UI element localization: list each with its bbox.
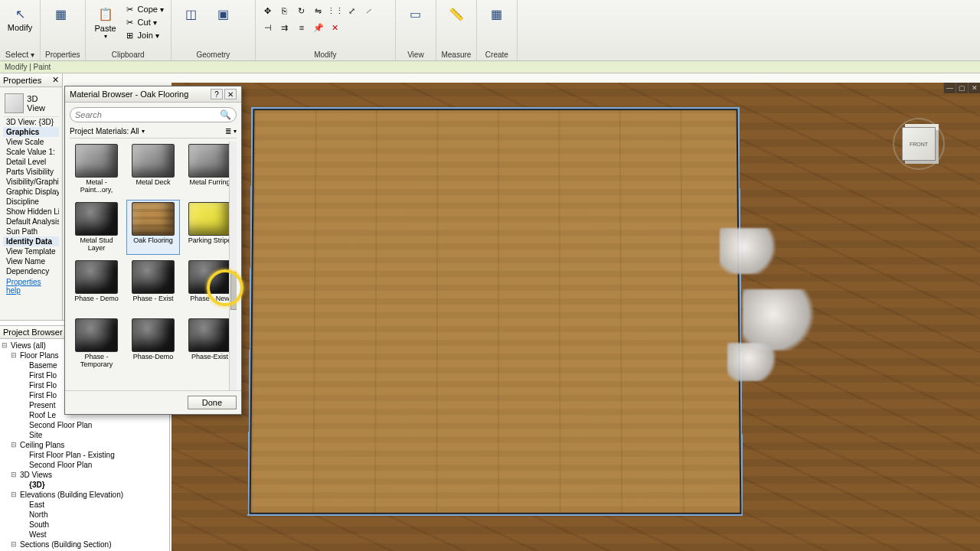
- view-type-selector[interactable]: 3D View: [3, 90, 59, 117]
- properties-help-link[interactable]: Properties help: [3, 276, 59, 296]
- cope-button[interactable]: ✂Cope ▾: [122, 3, 166, 15]
- viewcube[interactable]: FRONT: [888, 113, 949, 174]
- material-grid-scroll[interactable]: Metal - Paint...ory,Metal DeckMetal Furr…: [70, 142, 237, 390]
- material-filter-bar: Project Materials: All ≣: [70, 127, 237, 139]
- cut-button[interactable]: ✂Cut ▾: [122, 16, 166, 28]
- painted-floor-surface[interactable]: [250, 109, 742, 514]
- view-instance[interactable]: 3D View: {3D}: [3, 117, 59, 127]
- viewport-close-icon[interactable]: ✕: [968, 83, 980, 93]
- prop-visibility-graphics[interactable]: Visibility/Graphics: [3, 177, 59, 187]
- dialog-help-icon[interactable]: ?: [211, 89, 223, 99]
- properties-icon: ▦: [51, 5, 70, 23]
- prop-default-analysis[interactable]: Default Analysis D: [3, 217, 59, 227]
- material-item[interactable]: Oak Flooring: [126, 200, 180, 255]
- modify-label: Modify: [8, 23, 32, 32]
- tree-elev-south[interactable]: South: [0, 520, 169, 530]
- paste-button[interactable]: 📋 Paste ▾: [90, 3, 121, 41]
- geometry-btn-2[interactable]: ▣: [208, 3, 239, 24]
- properties-close-icon[interactable]: ✕: [52, 75, 59, 85]
- tree-3d-default[interactable]: {3D}: [0, 480, 169, 490]
- clipboard-group-label: Clipboard: [90, 51, 166, 59]
- create-button[interactable]: ▦: [482, 3, 512, 24]
- ribbon-group-modify: ✥ ⎘ ↻ ⇋ ⋮⋮ ⤢ ⟋ ⊣ ⇉ ≡ 📌 ✕ Modify: [256, 0, 396, 60]
- move-icon[interactable]: ✥: [260, 3, 276, 18]
- offset-icon[interactable]: ⇉: [277, 20, 292, 35]
- viewport-maximize-icon[interactable]: ▢: [956, 83, 968, 93]
- viewport-3d[interactable]: — ▢ ✕ FRONT: [172, 83, 980, 551]
- material-search[interactable]: 🔍: [70, 107, 237, 122]
- rotate-icon[interactable]: ↻: [294, 3, 309, 18]
- material-search-input[interactable]: [75, 110, 220, 119]
- array-icon[interactable]: ⋮⋮: [328, 3, 343, 18]
- prop-parts-visibility[interactable]: Parts Visibility: [3, 167, 59, 177]
- material-filter-dropdown[interactable]: Project Materials: All: [70, 127, 145, 135]
- copy-icon[interactable]: ⎘: [277, 3, 292, 18]
- material-swatch: [132, 260, 175, 294]
- material-item-label: Phase - Temporary: [72, 354, 121, 369]
- prop-view-template[interactable]: View Template: [3, 246, 59, 256]
- modify-button[interactable]: ↖ Modify: [5, 3, 35, 34]
- tree-elev-west[interactable]: West: [0, 530, 169, 540]
- prop-sun-path[interactable]: Sun Path: [3, 227, 59, 236]
- ribbon-group-view: ▭ View: [396, 0, 436, 60]
- material-item[interactable]: Phase - Exist: [126, 258, 180, 313]
- material-view-mode-button[interactable]: ≣: [225, 127, 237, 135]
- material-scrollbar[interactable]: [229, 142, 237, 390]
- tree-cp-first-existing[interactable]: First Floor Plan - Existing: [0, 450, 169, 460]
- tree-sections[interactable]: Sections (Building Section): [0, 540, 169, 549]
- material-grid: Metal - Paint...ory,Metal DeckMetal Furr…: [70, 142, 237, 371]
- properties-title: Properties: [3, 76, 41, 85]
- measure-button[interactable]: 📏: [441, 3, 472, 24]
- tree-fp-second[interactable]: Second Floor Plan: [0, 420, 169, 430]
- material-swatch: [188, 202, 231, 236]
- tree-fp-site[interactable]: Site: [0, 430, 169, 440]
- material-item[interactable]: Phase - Demo: [70, 258, 123, 313]
- prop-discipline[interactable]: Discipline: [3, 197, 59, 207]
- tree-3d-views[interactable]: 3D Views: [0, 470, 169, 480]
- trim-icon[interactable]: ⟋: [361, 3, 377, 18]
- done-button[interactable]: Done: [188, 396, 237, 409]
- viewcube-cube[interactable]: FRONT: [902, 127, 936, 161]
- create-group-label: Create: [482, 51, 512, 59]
- tree-ceiling-plans[interactable]: Ceiling Plans: [0, 440, 169, 450]
- material-item-label: Metal Deck: [136, 179, 170, 194]
- dialog-close-icon[interactable]: ✕: [224, 89, 237, 99]
- tree-elevations[interactable]: Elevations (Building Elevation): [0, 490, 169, 500]
- search-icon[interactable]: 🔍: [220, 109, 231, 120]
- prop-view-name[interactable]: View Name: [3, 256, 59, 266]
- material-item[interactable]: Metal Deck: [126, 142, 180, 197]
- scrollbar-thumb[interactable]: [230, 272, 237, 310]
- geometry-btn-1[interactable]: ◫: [176, 3, 207, 24]
- split-icon[interactable]: ⊣: [260, 20, 276, 35]
- view-button[interactable]: ▭: [400, 3, 431, 24]
- join-button[interactable]: ⊞Join ▾: [122, 29, 166, 41]
- material-swatch: [75, 202, 118, 236]
- tree-elev-north[interactable]: North: [0, 510, 169, 520]
- geometry-group-label: Geometry: [176, 51, 250, 59]
- scale-icon[interactable]: ⤢: [345, 3, 360, 18]
- mirror-icon[interactable]: ⇋: [311, 3, 326, 18]
- material-item[interactable]: Metal Stud Layer: [70, 200, 123, 255]
- delete-icon[interactable]: ✕: [328, 20, 343, 35]
- material-item[interactable]: Phase - Temporary: [70, 316, 123, 371]
- prop-graphic-display[interactable]: Graphic Display O: [3, 187, 59, 197]
- pin-icon[interactable]: 📌: [311, 20, 326, 35]
- category-identity: Identity Data: [3, 236, 59, 246]
- align-icon[interactable]: ≡: [294, 20, 309, 35]
- material-browser-titlebar[interactable]: Material Browser - Oak Flooring ? ✕: [65, 86, 241, 103]
- view-type-label: 3D View: [27, 94, 57, 112]
- prop-show-hidden[interactable]: Show Hidden Line: [3, 207, 59, 217]
- context-tab-bar: Modify | Paint: [0, 61, 980, 73]
- select-dropdown[interactable]: Select ▾: [5, 50, 35, 59]
- prop-dependency[interactable]: Dependency: [3, 266, 59, 276]
- tree-cp-second[interactable]: Second Floor Plan: [0, 460, 169, 470]
- tree-elev-east[interactable]: East: [0, 500, 169, 510]
- ribbon-group-measure: 📏 Measure: [436, 0, 477, 60]
- prop-scale-value[interactable]: Scale Value 1:: [3, 147, 59, 157]
- material-item[interactable]: Phase-Demo: [126, 316, 180, 371]
- prop-detail-level[interactable]: Detail Level: [3, 157, 59, 167]
- properties-button[interactable]: ▦: [45, 3, 76, 24]
- material-item[interactable]: Metal - Paint...ory,: [70, 142, 123, 197]
- prop-view-scale[interactable]: View Scale: [3, 137, 59, 147]
- viewport-minimize-icon[interactable]: —: [943, 83, 956, 93]
